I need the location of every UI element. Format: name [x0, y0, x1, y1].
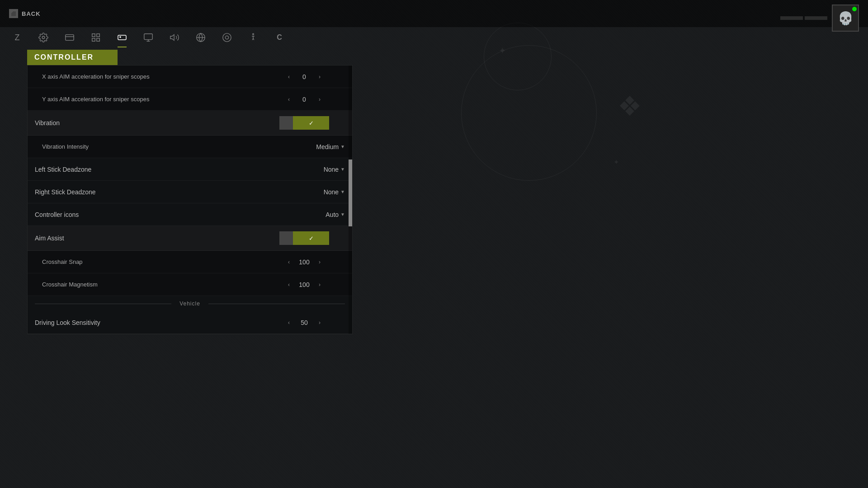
svg-rect-5 [92, 38, 95, 41]
nav-gear-icon[interactable] [35, 29, 52, 46]
setting-row-controller-icons: Controller icons Auto ▼ [28, 203, 352, 226]
crosshair-magnetism-value: 100 [295, 281, 313, 288]
nav-controller-icon[interactable] [114, 29, 130, 46]
vibration-intensity-arrow: ▼ [340, 144, 345, 149]
nav-card-icon[interactable] [61, 29, 78, 46]
currency-box-2 [805, 16, 827, 20]
nav-speaker-icon[interactable] [166, 29, 183, 46]
svg-point-0 [42, 36, 45, 39]
aim-assist-control: ✓ [264, 231, 345, 245]
nav-globe-icon[interactable] [193, 29, 209, 46]
crosshair-magnetism-increase[interactable]: › [317, 281, 322, 289]
scrollbar[interactable] [349, 66, 352, 334]
svg-rect-3 [92, 34, 95, 37]
crosshair-magnetism-control: ‹ 100 › [264, 281, 345, 289]
setting-row-x-axis-sniper: X axis AIM acceleration for sniper scope… [28, 66, 352, 88]
setting-row-left-stick: Left Stick Deadzone None ▼ [28, 158, 352, 181]
crosshair-snap-increase[interactable]: › [317, 258, 322, 266]
nav-accessibility-icon[interactable] [245, 29, 261, 46]
setting-row-crosshair-magnetism: Crosshair Magnetism ‹ 100 › [28, 273, 352, 296]
vibration-toggle-off[interactable] [279, 116, 293, 130]
driving-look-decrease[interactable]: ‹ [286, 319, 292, 327]
vehicle-line-left [35, 304, 171, 304]
setting-row-y-axis-sniper: Y axis AIM acceleration for sniper scope… [28, 88, 352, 111]
right-stick-control[interactable]: None ▼ [273, 188, 345, 196]
currency-box-1 [780, 16, 803, 20]
nav-z-icon[interactable]: Z [9, 29, 25, 46]
svg-rect-6 [97, 38, 99, 41]
back-icon: ⬛ [9, 9, 18, 18]
x-axis-sniper-increase[interactable]: › [317, 73, 322, 81]
right-stick-arrow: ▼ [340, 189, 345, 194]
controller-icons-value: Auto [326, 211, 339, 218]
x-axis-sniper-decrease[interactable]: ‹ [286, 73, 292, 81]
y-axis-sniper-label: Y axis AIM acceleration for sniper scope… [42, 96, 150, 103]
y-axis-sniper-value: 0 [295, 96, 313, 103]
y-axis-sniper-control: ‹ 0 › [264, 95, 345, 103]
vibration-intensity-value: Medium [316, 143, 339, 150]
nav-monitor-icon[interactable] [140, 29, 156, 46]
y-axis-sniper-increase[interactable]: › [317, 95, 322, 103]
vibration-toggle[interactable]: ✓ [279, 116, 329, 130]
back-label: BACK [22, 10, 41, 17]
left-stick-arrow: ▼ [340, 167, 345, 172]
nav-c-icon[interactable]: C [271, 29, 288, 46]
aim-assist-toggle-on[interactable]: ✓ [293, 231, 329, 245]
y-axis-sniper-decrease[interactable]: ‹ [286, 95, 292, 103]
crosshair-snap-value: 100 [295, 258, 313, 266]
svg-marker-10 [170, 35, 174, 41]
x-axis-sniper-control: ‹ 0 › [264, 73, 345, 81]
aim-assist-toggle[interactable]: ✓ [279, 231, 329, 245]
right-stick-label: Right Stick Deadzone [35, 188, 96, 196]
setting-row-right-stick: Right Stick Deadzone None ▼ [28, 181, 352, 203]
crosshair-magnetism-label: Crosshair Magnetism [42, 281, 98, 288]
vehicle-section-separator: Vehicle [28, 296, 352, 311]
vibration-control: ✓ [264, 116, 345, 130]
svg-point-15 [253, 33, 254, 35]
vehicle-line-right [208, 304, 345, 304]
section-header: CONTROLLER [27, 50, 353, 65]
crosshair-snap-decrease[interactable]: ‹ [286, 258, 292, 266]
controller-icons-label: Controller icons [35, 211, 79, 218]
vehicle-section-label: Vehicle [176, 300, 204, 307]
aim-assist-toggle-off[interactable] [279, 231, 293, 245]
svg-rect-4 [97, 34, 99, 37]
crosshair-snap-label: Crosshair Snap [42, 258, 83, 265]
svg-rect-7 [144, 34, 152, 40]
aim-assist-label: Aim Assist [35, 235, 64, 242]
svg-rect-1 [66, 35, 74, 41]
controller-icons-arrow: ▼ [340, 212, 345, 217]
driving-look-label: Driving Look Sensitivity [35, 319, 100, 326]
driving-look-value: 50 [295, 319, 313, 326]
nav-icons: Z [9, 29, 288, 46]
controller-icons-control[interactable]: Auto ▼ [273, 211, 345, 218]
vibration-toggle-on[interactable]: ✓ [293, 116, 329, 130]
svg-point-13 [223, 33, 231, 42]
setting-row-driving-look: Driving Look Sensitivity ‹ 50 › [28, 311, 352, 334]
back-button[interactable]: ⬛ BACK [9, 9, 41, 18]
setting-row-vibration: Vibration ✓ [28, 111, 352, 136]
profile-avatar[interactable]: 💀 [832, 5, 859, 32]
setting-row-crosshair-snap: Crosshair Snap ‹ 100 › [28, 251, 352, 273]
crosshair-snap-control: ‹ 100 › [264, 258, 345, 266]
main-panel: CONTROLLER X axis AIM acceleration for s… [27, 50, 353, 479]
vibration-intensity-control[interactable]: Medium ▼ [273, 143, 345, 150]
nav-circle-icon[interactable] [219, 29, 235, 46]
x-axis-sniper-label: X axis AIM acceleration for sniper scope… [42, 73, 150, 80]
vibration-label: Vibration [35, 119, 60, 127]
settings-panel: X axis AIM acceleration for sniper scope… [27, 65, 353, 334]
left-stick-control[interactable]: None ▼ [273, 166, 345, 173]
currency-display [780, 16, 827, 20]
nav-grid-icon[interactable] [88, 29, 104, 46]
driving-look-control: ‹ 50 › [264, 319, 345, 327]
scrollbar-thumb[interactable] [349, 160, 352, 227]
top-bar: ⬛ BACK [0, 0, 868, 27]
setting-row-vibration-intensity: Vibration Intensity Medium ▼ [28, 136, 352, 158]
left-stick-label: Left Stick Deadzone [35, 166, 91, 173]
driving-look-increase[interactable]: › [317, 319, 322, 327]
skull-icon: 💀 [838, 11, 854, 26]
left-stick-value: None [324, 166, 339, 173]
setting-row-aim-assist: Aim Assist ✓ [28, 226, 352, 251]
crosshair-magnetism-decrease[interactable]: ‹ [286, 281, 292, 289]
svg-point-14 [225, 36, 228, 39]
